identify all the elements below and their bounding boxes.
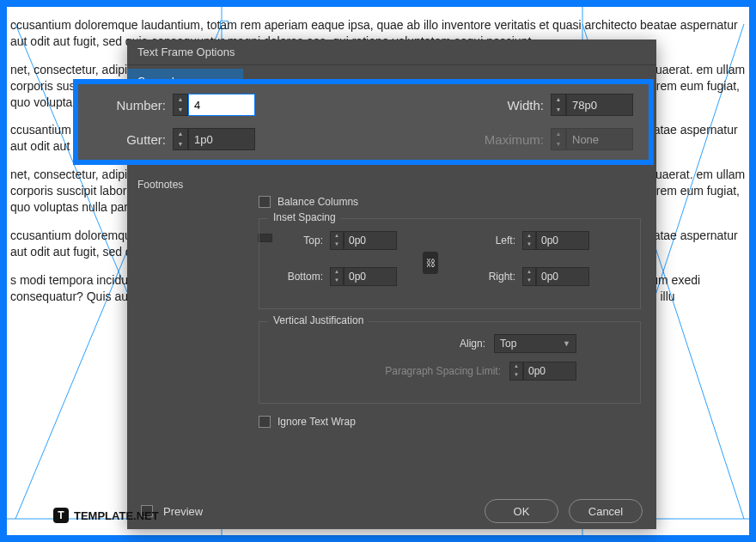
- inset-top-label: Top:: [271, 234, 323, 247]
- maximum-label: Maximum:: [485, 132, 544, 147]
- inset-top-input[interactable]: [344, 231, 397, 250]
- width-input[interactable]: [566, 94, 633, 116]
- inset-bottom-input[interactable]: [344, 267, 397, 286]
- cancel-button[interactable]: Cancel: [569, 499, 643, 523]
- inset-left-stepper[interactable]: ▲▼: [522, 231, 589, 250]
- paragraph-spacing-stepper: ▲▼: [509, 362, 576, 381]
- number-label: Number:: [94, 98, 166, 113]
- inset-right-stepper[interactable]: ▲▼: [522, 267, 589, 286]
- preview-label: Preview: [163, 505, 203, 518]
- ok-button[interactable]: OK: [485, 499, 558, 523]
- inset-right-input[interactable]: [536, 267, 589, 286]
- paragraph-spacing-label: Paragraph Spacing Limit:: [385, 365, 501, 377]
- width-label: Width:: [507, 98, 544, 113]
- dialog-title: Text Frame Options: [127, 40, 656, 65]
- maximum-input: [566, 128, 633, 150]
- align-select[interactable]: Top ▼: [494, 334, 576, 353]
- vertical-justification-group: Vertical Justification Align: Top ▼ Para…: [259, 321, 641, 404]
- ignore-text-wrap-label: Ignore Text Wrap: [277, 416, 356, 428]
- number-input[interactable]: [188, 94, 255, 116]
- balance-columns-row[interactable]: Balance Columns: [259, 196, 644, 208]
- gutter-step-buttons[interactable]: ▲▼: [173, 128, 188, 150]
- inset-right-label: Right:: [464, 271, 515, 283]
- align-value: Top: [500, 338, 516, 350]
- dialog-footer: Preview OK Cancel: [127, 493, 656, 529]
- gutter-input[interactable]: [188, 128, 255, 150]
- ignore-text-wrap-row[interactable]: Ignore Text Wrap: [259, 416, 644, 428]
- maximum-step-buttons: ▲▼: [551, 128, 566, 150]
- link-values-icon[interactable]: ⛓: [423, 252, 438, 274]
- gutter-stepper[interactable]: ▲▼: [173, 128, 255, 150]
- paragraph-spacing-input: [523, 362, 576, 381]
- number-stepper[interactable]: ▲▼: [173, 94, 255, 116]
- inset-spacing-group: Inset Spacing Top: ▲▼ Bottom: ▲▼ ⛓: [259, 218, 641, 309]
- gutter-label: Gutter:: [94, 132, 166, 147]
- inset-bottom-stepper[interactable]: ▲▼: [330, 267, 397, 286]
- inset-left-input[interactable]: [536, 231, 589, 250]
- chevron-down-icon: ▼: [563, 339, 570, 348]
- maximum-stepper: ▲▼: [551, 128, 633, 150]
- balance-columns-checkbox[interactable]: [259, 196, 271, 208]
- columns-highlight: Number: ▲▼ Width: ▲▼ Gutter: ▲▼ Maximum:: [73, 79, 654, 165]
- balance-columns-label: Balance Columns: [277, 196, 358, 208]
- watermark: T TEMPLATE.NET: [53, 508, 159, 523]
- watermark-icon: T: [53, 508, 69, 523]
- watermark-label: TEMPLATE.NET: [74, 509, 159, 522]
- vjust-title: Vertical Justification: [268, 314, 369, 326]
- align-label: Align:: [460, 338, 485, 350]
- number-step-buttons[interactable]: ▲▼: [173, 94, 188, 116]
- ignore-text-wrap-checkbox[interactable]: [259, 416, 271, 428]
- inset-left-label: Left:: [464, 234, 515, 247]
- inset-top-stepper[interactable]: ▲▼: [330, 231, 397, 250]
- sidebar-item-footnotes[interactable]: Footnotes: [127, 172, 243, 198]
- inset-spacing-title: Inset Spacing: [268, 211, 341, 223]
- inset-bottom-label: Bottom:: [271, 271, 323, 283]
- width-step-buttons[interactable]: ▲▼: [551, 94, 566, 116]
- width-stepper[interactable]: ▲▼: [551, 94, 633, 116]
